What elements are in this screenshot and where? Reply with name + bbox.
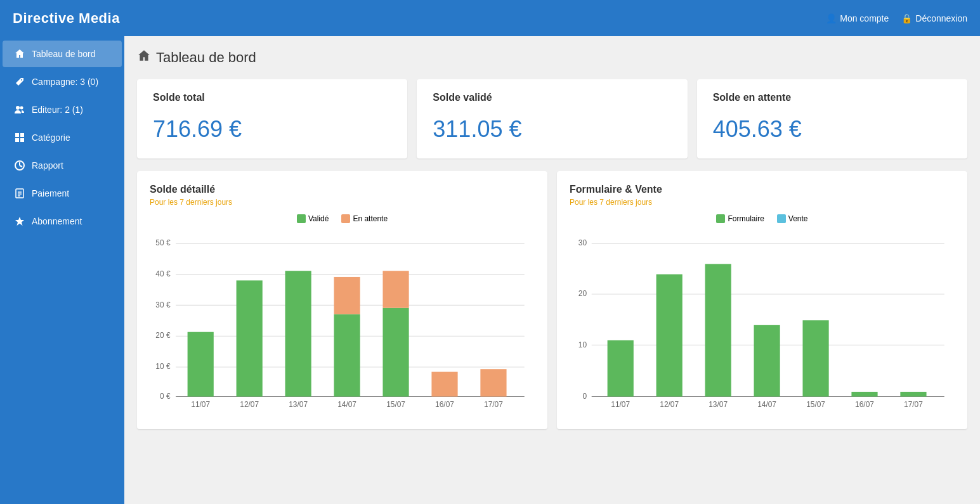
bar-f-1107 — [608, 340, 634, 397]
svg-text:0: 0 — [582, 392, 587, 401]
svg-text:10 €: 10 € — [155, 362, 171, 371]
svg-text:13/07: 13/07 — [709, 400, 728, 409]
legend-valide-dot — [297, 214, 306, 223]
charts-row: Solde détaillé Pour les 7 derniers jours… — [137, 171, 967, 429]
sidebar-item-tableau-de-bord[interactable]: Tableau de bord — [3, 41, 122, 67]
chart-formulaire: Formulaire & Vente Pour les 7 derniers j… — [557, 171, 967, 429]
svg-text:16/07: 16/07 — [435, 400, 454, 409]
balance-card-attente: Solde en attente 405.63 € — [697, 79, 967, 158]
chart-solde-legend: Validé En attente — [150, 214, 535, 223]
svg-rect-4 — [15, 138, 19, 142]
svg-text:30 €: 30 € — [155, 300, 171, 309]
mon-compte-label: Mon compte — [840, 13, 889, 23]
svg-text:14/07: 14/07 — [337, 400, 356, 409]
bar-f-1207 — [657, 275, 683, 397]
sidebar-item-campagne[interactable]: Campagne: 3 (0) — [3, 68, 122, 95]
bar-f-1407 — [754, 325, 780, 397]
svg-text:17/07: 17/07 — [904, 400, 923, 409]
sidebar-item-categorie[interactable]: Catégorie — [3, 124, 122, 151]
balance-total-value: 716.69 € — [153, 116, 391, 143]
mon-compte-link[interactable]: 👤 Mon compte — [826, 13, 889, 23]
svg-text:14/07: 14/07 — [757, 400, 776, 409]
svg-text:10: 10 — [578, 340, 587, 349]
sidebar-label-campagne: Campagne: 3 (0) — [32, 77, 98, 87]
bar-f-1507 — [802, 320, 828, 396]
bar-1407-valide — [334, 314, 360, 396]
sidebar-item-rapport[interactable]: Rapport — [3, 152, 122, 179]
sidebar-label-tableau-de-bord: Tableau de bord — [32, 49, 95, 59]
svg-point-1 — [20, 107, 23, 110]
chart-formulaire-svg: 30 20 10 0 11/07 12/0 — [570, 228, 955, 414]
bar-1107-valide — [188, 332, 214, 397]
svg-point-0 — [16, 106, 20, 110]
file-icon — [14, 188, 25, 199]
chart-formulaire-title: Formulaire & Vente — [570, 184, 955, 195]
legend-vente-dot — [777, 214, 786, 223]
bar-f-1707 — [900, 392, 926, 397]
balance-total-title: Solde total — [153, 92, 391, 103]
legend-vente-label: Vente — [788, 214, 808, 223]
legend-valide-label: Validé — [308, 214, 329, 223]
sidebar-item-editeur[interactable]: Editeur: 2 (1) — [3, 96, 122, 123]
chart-solde-title: Solde détaillé — [150, 184, 535, 195]
bar-1507-valide — [382, 308, 408, 397]
star-icon — [14, 216, 25, 227]
svg-text:17/07: 17/07 — [484, 400, 503, 409]
sidebar-label-editeur: Editeur: 2 (1) — [32, 105, 83, 115]
svg-text:12/07: 12/07 — [660, 400, 679, 409]
tag-icon — [14, 76, 25, 87]
bar-1607-attente — [431, 372, 457, 397]
svg-text:50 €: 50 € — [155, 238, 171, 247]
page-title: Tableau de bord — [137, 49, 967, 67]
legend-formulaire-dot — [716, 214, 725, 223]
svg-rect-7 — [16, 189, 23, 198]
legend-attente-dot — [341, 214, 350, 223]
svg-rect-2 — [15, 133, 19, 137]
chart-icon — [14, 160, 25, 171]
app-header: Directive Media 👤 Mon compte 🔒 Déconnexi… — [0, 0, 980, 36]
bar-1507-attente — [382, 271, 408, 308]
lock-icon: 🔒 — [901, 13, 912, 23]
svg-text:20 €: 20 € — [155, 331, 171, 340]
balance-attente-title: Solde en attente — [713, 92, 951, 103]
home-icon — [14, 48, 25, 60]
balance-valide-title: Solde validé — [433, 92, 671, 103]
sidebar: Tableau de bord Campagne: 3 (0) Editeur — [0, 36, 124, 504]
legend-formulaire-label: Formulaire — [728, 214, 764, 223]
header-actions: 👤 Mon compte 🔒 Déconnexion — [826, 13, 967, 23]
chart-solde-subtitle: Pour les 7 derniers jours — [150, 198, 535, 207]
user-icon: 👤 — [826, 13, 837, 23]
balance-attente-value: 405.63 € — [713, 116, 951, 143]
chart-formulaire-container: 30 20 10 0 11/07 12/0 — [570, 228, 955, 417]
main-content: Tableau de bord Solde total 716.69 € Sol… — [124, 36, 980, 504]
svg-text:12/07: 12/07 — [240, 400, 259, 409]
app-title: Directive Media — [13, 10, 120, 27]
legend-formulaire: Formulaire — [716, 214, 764, 223]
balance-card-valide: Solde validé 311.05 € — [417, 79, 687, 158]
grid-icon — [14, 132, 25, 143]
chart-solde: Solde détaillé Pour les 7 derniers jours… — [137, 171, 547, 429]
sidebar-item-paiement[interactable]: Paiement — [3, 180, 122, 207]
legend-valide: Validé — [297, 214, 329, 223]
users-icon — [14, 104, 25, 115]
svg-text:0 €: 0 € — [160, 392, 171, 401]
svg-text:15/07: 15/07 — [386, 400, 405, 409]
svg-marker-11 — [15, 217, 24, 226]
balance-valide-value: 311.05 € — [433, 116, 671, 143]
bar-1307-valide — [285, 271, 311, 396]
bar-1207-valide — [237, 280, 263, 396]
balance-cards: Solde total 716.69 € Solde validé 311.05… — [137, 79, 967, 158]
sidebar-label-rapport: Rapport — [32, 160, 63, 171]
sidebar-item-abonnement[interactable]: Abonnement — [3, 208, 122, 235]
chart-formulaire-legend: Formulaire Vente — [570, 214, 955, 223]
svg-text:20: 20 — [578, 289, 587, 298]
legend-attente: En attente — [341, 214, 388, 223]
svg-rect-3 — [20, 133, 24, 137]
svg-rect-5 — [20, 138, 24, 142]
svg-text:40 €: 40 € — [155, 269, 171, 278]
svg-text:30: 30 — [578, 238, 587, 247]
bar-1407-attente — [334, 277, 360, 314]
main-layout: Tableau de bord Campagne: 3 (0) Editeur — [0, 36, 980, 504]
balance-card-total: Solde total 716.69 € — [137, 79, 407, 158]
deconnexion-link[interactable]: 🔒 Déconnexion — [901, 13, 967, 23]
